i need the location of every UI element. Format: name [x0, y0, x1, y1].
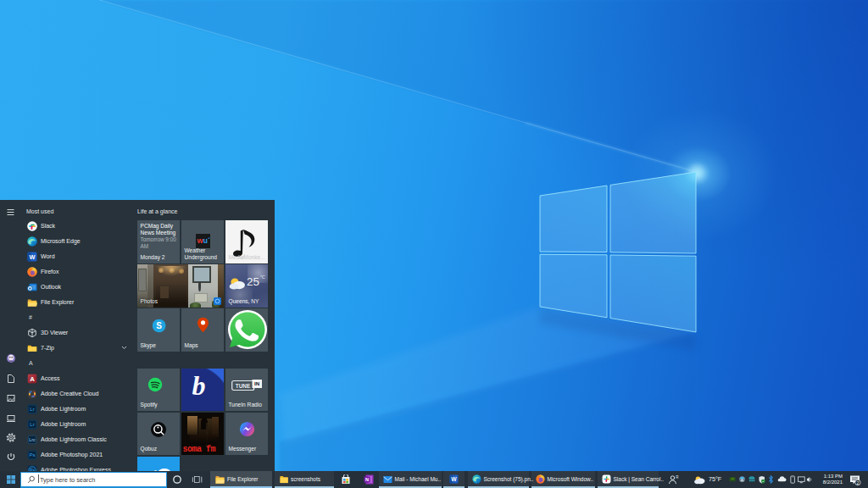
svg-text:W: W: [451, 476, 457, 482]
svg-text:Lr: Lr: [30, 422, 34, 427]
svg-text:N: N: [365, 477, 369, 482]
svg-text:A: A: [30, 375, 35, 383]
svg-text:Ps: Ps: [29, 452, 35, 458]
svg-text:TUNE: TUNE: [235, 383, 250, 389]
svg-text:R: R: [676, 475, 679, 480]
svg-text:W: W: [30, 253, 36, 261]
svg-text:2: 2: [857, 480, 860, 485]
svg-text:IN: IN: [254, 380, 260, 386]
svg-text:Lrc: Lrc: [29, 437, 36, 442]
svg-text:S: S: [156, 321, 162, 330]
svg-text:Lr: Lr: [30, 407, 34, 412]
